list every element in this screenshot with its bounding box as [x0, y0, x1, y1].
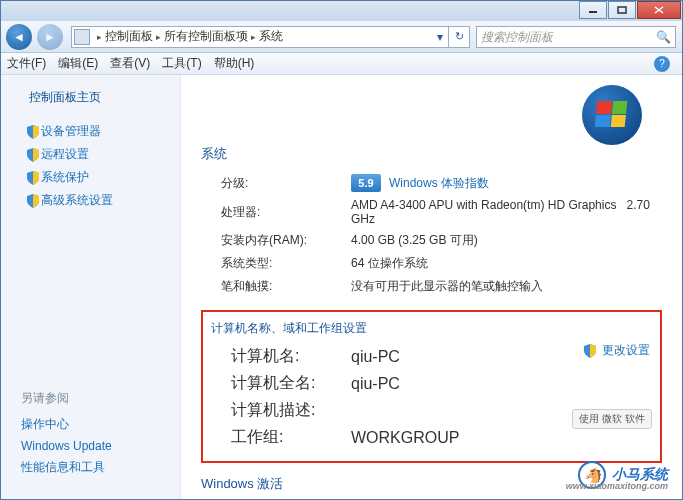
search-icon: 🔍: [656, 30, 671, 44]
refresh-button[interactable]: ↻: [448, 26, 470, 48]
menu-tools[interactable]: 工具(T): [162, 55, 201, 72]
shield-icon: [25, 124, 41, 140]
computer-name-section: 计算机名称、域和工作组设置 计算机名:qiu-PC 计算机全名:qiu-PC 计…: [201, 310, 662, 463]
shield-icon: [25, 170, 41, 186]
see-also-windows-update[interactable]: Windows Update: [21, 436, 180, 456]
see-also-performance[interactable]: 性能信息和工具: [21, 456, 180, 479]
search-box[interactable]: 🔍: [476, 26, 676, 48]
menu-view[interactable]: 查看(V): [110, 55, 150, 72]
rating-badge: 5.9: [351, 174, 381, 192]
minimize-button[interactable]: [579, 1, 607, 19]
breadcrumb-segment[interactable]: 系统: [259, 28, 283, 45]
help-icon[interactable]: ?: [654, 56, 670, 72]
breadcrumb-segment[interactable]: 控制面板: [105, 28, 153, 45]
menubar: 文件(F) 编辑(E) 查看(V) 工具(T) 帮助(H) ?: [1, 53, 682, 75]
workgroup-label: 工作组:: [231, 427, 351, 448]
pen-label: 笔和触摸:: [221, 278, 351, 295]
control-panel-icon: [74, 29, 90, 45]
experience-index-link[interactable]: Windows 体验指数: [389, 175, 489, 192]
genuine-software-badge[interactable]: 使用 微软 软件: [572, 409, 652, 429]
svg-rect-1: [618, 7, 626, 13]
change-settings-link[interactable]: 更改设置: [582, 342, 650, 359]
sidebar: 控制面板主页 设备管理器 远程设置 系统保护 高级系统设置 另请参阅 操作中心: [1, 75, 181, 499]
shield-icon: [25, 147, 41, 163]
ram-label: 安装内存(RAM):: [221, 232, 351, 249]
watermark-url: www.xiaomaxitong.com: [566, 481, 668, 491]
navigation-toolbar: ◄ ► ▸控制面板 ▸所有控制面板项 ▸系统 ▾ ↻ 🔍: [1, 21, 682, 53]
back-button[interactable]: ◄: [6, 24, 32, 50]
cpu-value: AMD A4-3400 APU with Radeon(tm) HD Graph…: [351, 198, 616, 212]
windows-logo: [552, 75, 662, 175]
address-bar[interactable]: ▸控制面板 ▸所有控制面板项 ▸系统 ▾: [71, 26, 449, 48]
close-button[interactable]: [637, 1, 681, 19]
systype-value: 64 位操作系统: [351, 255, 662, 272]
computer-fullname-label: 计算机全名:: [231, 373, 351, 394]
pen-value: 没有可用于此显示器的笔或触控输入: [351, 278, 662, 295]
sidebar-item-protection[interactable]: 系统保护: [1, 166, 180, 189]
computer-fullname-value: qiu-PC: [351, 375, 652, 393]
control-panel-home-link[interactable]: 控制面板主页: [29, 89, 180, 106]
sidebar-item-remote[interactable]: 远程设置: [1, 143, 180, 166]
computer-name-label: 计算机名:: [231, 346, 351, 367]
search-input[interactable]: [481, 30, 656, 44]
computer-section-title: 计算机名称、域和工作组设置: [211, 320, 652, 337]
forward-button[interactable]: ►: [37, 24, 63, 50]
menu-help[interactable]: 帮助(H): [214, 55, 255, 72]
watermark: 🐴 小马系统 www.xiaomaxitong.com: [578, 461, 668, 489]
menu-edit[interactable]: 编辑(E): [58, 55, 98, 72]
rating-label: 分级:: [221, 175, 351, 192]
window-titlebar: [1, 1, 682, 21]
workgroup-value: WORKGROUP: [351, 429, 652, 447]
sidebar-item-advanced[interactable]: 高级系统设置: [1, 189, 180, 212]
see-also-action-center[interactable]: 操作中心: [21, 413, 180, 436]
breadcrumb-segment[interactable]: 所有控制面板项: [164, 28, 248, 45]
shield-icon: [25, 193, 41, 209]
cpu-label: 处理器:: [221, 204, 351, 221]
address-dropdown-icon[interactable]: ▾: [432, 30, 448, 44]
computer-desc-label: 计算机描述:: [231, 400, 351, 421]
menu-file[interactable]: 文件(F): [7, 55, 46, 72]
see-also-header: 另请参阅: [21, 390, 180, 407]
shield-icon: [582, 343, 598, 359]
systype-label: 系统类型:: [221, 255, 351, 272]
content-pane: 系统 分级: 5.9 Windows 体验指数 处理器: AMD A4-3400…: [181, 75, 682, 499]
sidebar-item-device-manager[interactable]: 设备管理器: [1, 120, 180, 143]
ram-value: 4.00 GB (3.25 GB 可用): [351, 232, 662, 249]
maximize-button[interactable]: [608, 1, 636, 19]
